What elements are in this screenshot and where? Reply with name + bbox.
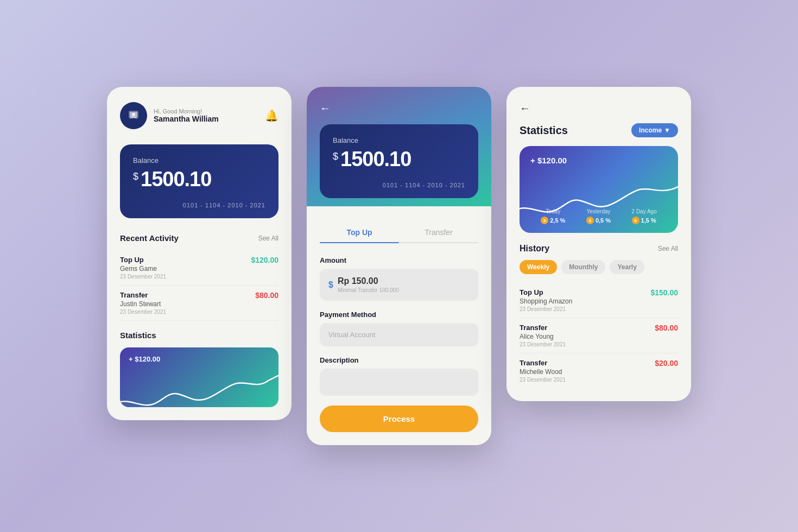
statistics-title: Statistics [120, 331, 156, 340]
coin-icon-today: $ [541, 217, 548, 224]
screen3: ← Statistics Income ▼ + $120.00 Today $ … [506, 87, 691, 401]
activity-date: 23 Desember 2021 [120, 274, 166, 280]
avatar-block: Hi, Good Morning! Samantha William [120, 102, 219, 129]
today-percent: 2,5 % [550, 217, 565, 224]
tab-topup[interactable]: Top Up [320, 223, 399, 242]
card-number-2: 0101 - 1104 - 2010 - 2021 [333, 182, 465, 188]
history-title: History [520, 244, 549, 254]
see-all-history[interactable]: See All [658, 245, 678, 252]
screen2-body: Top Up Transfer Amount $ Rp 150.00 Minim… [307, 206, 491, 445]
payment-method-field[interactable]: Virtual Account [320, 323, 478, 346]
amount-value: Rp 150.00 [338, 276, 399, 286]
amount-field[interactable]: $ Rp 150.00 Minimal Transfer 100.000 [320, 269, 478, 301]
balance-amount: $ 1500.10 [133, 168, 265, 191]
history-date-3: 23 Desember 2021 [520, 377, 566, 383]
amount-label: Amount [320, 256, 478, 264]
amount-hint: Minimal Transfer 100.000 [338, 287, 399, 293]
history-amount-2: $80.00 [655, 324, 678, 332]
user-name: Samantha William [154, 115, 219, 123]
activity-type: Top Up [120, 256, 166, 264]
history-row-3: Transfer Michelle Wood 23 Desember 2021 … [520, 359, 678, 383]
process-button[interactable]: Process [320, 406, 478, 432]
activity-amount-topup: $120.00 [251, 256, 278, 264]
screens-container: Hi, Good Morning! Samantha William 🔔 Bal… [107, 65, 691, 467]
balance-currency: $ [133, 171, 138, 182]
activity-row-2: Transfer Justin Stewart 23 Desember 2021… [120, 291, 278, 315]
description-field[interactable] [320, 369, 478, 396]
avatar [120, 102, 147, 129]
history-item-transfer2: Transfer Michelle Wood 23 Desember 2021 … [520, 353, 678, 388]
history-name-2: Alice Young [520, 333, 566, 340]
see-all-activity[interactable]: See All [258, 235, 278, 242]
amount-field-col: Rp 150.00 Minimal Transfer 100.000 [338, 276, 399, 293]
history-type-3: Transfer [520, 359, 566, 367]
back-arrow-dark-icon[interactable]: ← [520, 102, 530, 115]
payment-method-placeholder: Virtual Account [328, 331, 375, 339]
recent-activity-header: Recent Activity See All [120, 233, 278, 243]
history-header: History See All [520, 244, 678, 254]
screen1-header: Hi, Good Morning! Samantha William 🔔 [120, 102, 278, 129]
statistics-card-big: + $120.00 Today $ 2,5 % Yesterday $ 0,5 … [520, 146, 678, 233]
history-amount-1: $150.00 [650, 288, 678, 297]
coin-icon-2days: $ [632, 217, 639, 224]
back-arrow-icon[interactable]: ← [320, 102, 478, 115]
stats-header: Statistics [120, 331, 278, 340]
history-type-1: Top Up [520, 288, 572, 296]
income-badge[interactable]: Income ▼ [631, 123, 678, 137]
chevron-down-icon: ▼ [664, 126, 670, 134]
statistics-section: Statistics + $120.00 [120, 331, 278, 407]
history-type-2: Transfer [520, 324, 566, 332]
screen1: Hi, Good Morning! Samantha William 🔔 Bal… [107, 87, 292, 420]
balance-number: 1500.10 [141, 168, 211, 191]
chart-svg [120, 370, 278, 407]
income-badge-label: Income [639, 126, 662, 134]
filter-tabs: Weekly Mounthly Yearly [520, 260, 678, 274]
history-item-topup: Top Up Shopping Amazon 23 Desember 2021 … [520, 283, 678, 318]
recent-activity-title: Recent Activity [120, 233, 179, 243]
greeting-text: Hi, Good Morning! [154, 108, 219, 115]
screen3-title: Statistics [520, 124, 568, 137]
history-item-transfer1: Transfer Alice Young 23 Desember 2021 $8… [520, 318, 678, 353]
tabs: Top Up Transfer [320, 223, 478, 243]
history-row-2: Transfer Alice Young 23 Desember 2021 $8… [520, 324, 678, 347]
coin-icon-yesterday: $ [586, 217, 594, 224]
history-date-2: 23 Desember 2021 [520, 341, 566, 347]
screen2-balance-card: Balance $ 1500.10 0101 - 1104 - 2010 - 2… [320, 124, 478, 198]
history-amount-3: $20.00 [655, 359, 678, 368]
dollar-symbol: $ [328, 280, 333, 290]
balance-currency-2: $ [333, 151, 338, 162]
balance-number-2: 1500.10 [340, 148, 411, 171]
activity-item-transfer: Transfer Justin Stewart 23 Desember 2021… [120, 286, 278, 321]
avatar-text: Hi, Good Morning! Samantha William [154, 108, 219, 123]
screen2-header: ← Balance $ 1500.10 0101 - 1104 - 2010 -… [307, 87, 491, 206]
filter-yearly[interactable]: Yearly [610, 260, 644, 274]
statistics-chart-mini: + $120.00 [120, 347, 278, 407]
screen3-title-row: Statistics Income ▼ [520, 123, 678, 137]
history-row-1: Top Up Shopping Amazon 23 Desember 2021 … [520, 288, 678, 312]
notification-bell-icon[interactable]: 🔔 [265, 109, 278, 122]
balance-label-2: Balance [333, 136, 465, 144]
description-label: Description [320, 356, 478, 364]
filter-monthly[interactable]: Mounthly [561, 260, 605, 274]
history-info-2: Transfer Alice Young 23 Desember 2021 [520, 324, 566, 347]
stats-card-value: + $120.00 [530, 156, 667, 165]
history-info-1: Top Up Shopping Amazon 23 Desember 2021 [520, 288, 572, 312]
history-name-1: Shopping Amazon [520, 297, 572, 305]
activity-date-2: 23 Desember 2021 [120, 309, 166, 315]
tab-underline [320, 242, 399, 243]
activity-name: Gems Game [120, 265, 166, 273]
filter-weekly[interactable]: Weekly [520, 260, 557, 274]
activity-row: Top Up Gems Game 23 Desember 2021 $120.0… [120, 256, 278, 280]
activity-item-topup: Top Up Gems Game 23 Desember 2021 $120.0… [120, 250, 278, 286]
history-info-3: Transfer Michelle Wood 23 Desember 2021 [520, 359, 566, 383]
screen3-back-header: ← [520, 102, 678, 115]
activity-info: Top Up Gems Game 23 Desember 2021 [120, 256, 166, 280]
activity-name-2: Justin Stewart [120, 300, 166, 308]
screen2: ← Balance $ 1500.10 0101 - 1104 - 2010 -… [307, 87, 491, 445]
2days-percent: 1,5 % [641, 217, 656, 224]
history-name-3: Michelle Wood [520, 368, 566, 376]
tab-transfer[interactable]: Transfer [399, 223, 478, 242]
card-number: 0101 - 1104 - 2010 - 2021 [133, 202, 265, 208]
history-date-1: 23 Desember 2021 [520, 306, 572, 312]
yesterday-percent: 0,5 % [596, 217, 611, 224]
